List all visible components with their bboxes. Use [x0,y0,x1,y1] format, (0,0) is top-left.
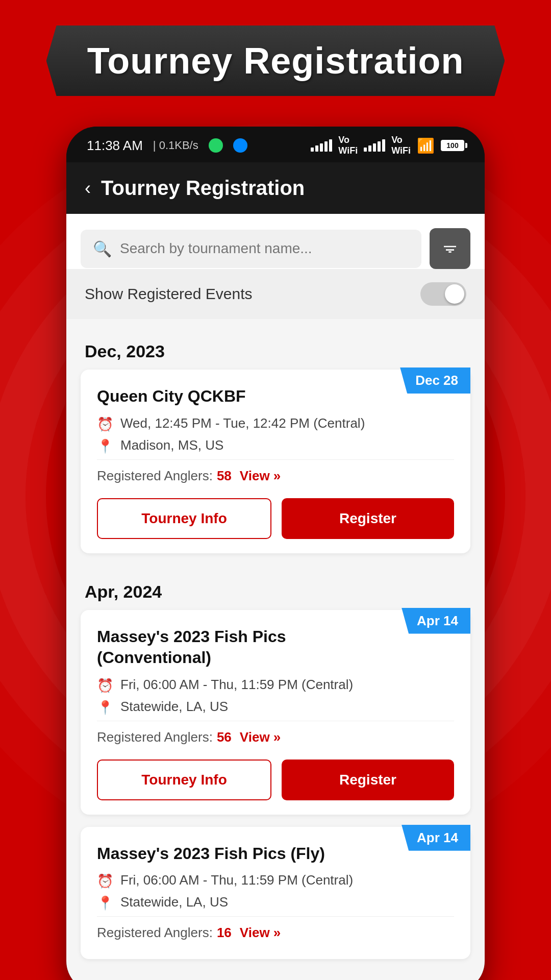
clock-icon-1: ⏰ [97,416,113,432]
app-bar-title: Tourney Registration [101,177,305,200]
notification-icon [233,138,247,153]
date-badge-3: Apr 14 [402,825,470,851]
main-content: 🔍 Show Registered Events Dec, 2023 Dec 2… [66,214,485,980]
clock-icon-2: ⏰ [97,678,113,694]
registered-row-1: Registered Anglers: 58 View » [97,459,454,488]
show-registered-toggle[interactable] [420,282,466,306]
registered-row-2: Registered Anglers: 56 View » [97,721,454,749]
registered-count-3: 16 [217,925,232,941]
vo-wifi-label: VoWiFi [338,135,358,156]
search-wrapper: 🔍 [81,230,421,268]
date-badge-2: Apr 14 [402,608,470,634]
tourney-card-1: Dec 28 Queen City QCKBF ⏰ Wed, 12:45 PM … [81,370,470,553]
tourney-location-3: 📍 Statewide, LA, US [97,894,454,911]
status-speed: | 0.1KB/s [153,139,198,152]
tourney-time-1: ⏰ Wed, 12:45 PM - Tue, 12:42 PM (Central… [97,415,454,432]
tourney-location-2: 📍 Statewide, LA, US [97,699,454,716]
toggle-label: Show Registered Events [85,285,253,303]
location-icon-1: 📍 [97,438,113,454]
header-banner: Tourney Registration [0,0,551,116]
view-link-1[interactable]: View » [240,468,281,484]
page-title: Tourney Registration [87,40,464,81]
tourney-info-button-2[interactable]: Tourney Info [97,760,271,800]
tourney-time-2: ⏰ Fri, 06:00 AM - Thu, 11:59 PM (Central… [97,677,454,694]
wifi-icon: 📶 [417,137,435,154]
tourney-time-3: ⏰ Fri, 06:00 AM - Thu, 11:59 PM (Central… [97,872,454,889]
tourney-name-2: Massey's 2023 Fish Pics (Conventional) [97,626,454,669]
tourney-card-3: Apr 14 Massey's 2023 Fish Pics (Fly) ⏰ F… [81,827,470,960]
tourney-name-3: Massey's 2023 Fish Pics (Fly) [97,843,454,865]
card-actions-1: Tourney Info Register [97,498,454,539]
clock-icon-3: ⏰ [97,873,113,889]
back-button[interactable]: ‹ [85,179,91,198]
status-icons: VoWiFi VoWiFi 📶 100 [311,135,464,156]
section-apr-2024: Apr, 2024 [66,566,485,610]
search-area: 🔍 [66,214,485,269]
status-bar: 11:38 AM | 0.1KB/s VoWiFi VoWiFi � [66,127,485,162]
signal-bars-2 [364,139,385,152]
location-icon-3: 📍 [97,895,113,911]
tourney-name-1: Queen City QCKBF [97,386,454,407]
tourney-info-button-1[interactable]: Tourney Info [97,498,271,539]
registered-count-2: 56 [217,729,232,745]
view-link-2[interactable]: View » [240,729,281,745]
search-icon: 🔍 [93,240,112,258]
registered-row-3: Registered Anglers: 16 View » [97,916,454,945]
signal-bars [311,139,332,152]
register-button-2[interactable]: Register [282,760,454,800]
app-bar: ‹ Tourney Registration [66,162,485,214]
battery-icon: 100 [441,140,464,151]
view-link-3[interactable]: View » [240,925,281,941]
search-input[interactable] [120,240,409,257]
section-dec-2023: Dec, 2023 [66,325,485,370]
filter-button[interactable] [430,228,470,269]
toggle-row: Show Registered Events [66,269,485,319]
location-icon-2: 📍 [97,700,113,716]
tourney-card-2: Apr 14 Massey's 2023 Fish Pics (Conventi… [81,610,470,815]
filter-icon [442,240,458,257]
tourney-location-1: 📍 Madison, MS, US [97,437,454,454]
card-actions-2: Tourney Info Register [97,760,454,800]
vo-wifi-label-2: VoWiFi [391,135,411,156]
status-time: 11:38 AM [87,138,143,154]
phone-frame: 11:38 AM | 0.1KB/s VoWiFi VoWiFi � [66,127,485,980]
whatsapp-icon [209,138,223,153]
registered-count-1: 58 [217,468,232,484]
date-badge-1: Dec 28 [400,368,470,394]
register-button-1[interactable]: Register [282,498,454,539]
